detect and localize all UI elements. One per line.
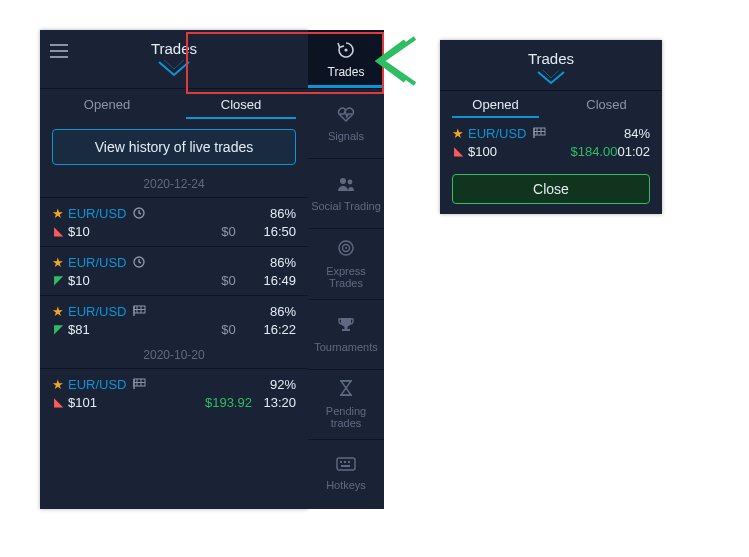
star-icon: ★ [52,206,64,221]
arrow-down-icon: ◣ [52,224,64,238]
arrow-down-icon: ◣ [452,144,464,158]
trade-time: 16:22 [263,322,296,337]
trade-row[interactable]: ★ EUR/USD 84% ◣ $100 $184.00 01:02 [440,118,662,166]
trade-result: $0 [193,273,263,288]
trade-row[interactable]: ★ EUR/USD 86% ◤ $10 $0 16:49 [40,246,308,295]
trade-result: $184.00 [570,144,617,159]
chevron-down-icon[interactable] [440,70,662,86]
rail-label: Pending trades [310,405,382,429]
flag-icon [533,127,547,139]
rail-item-express-trades[interactable]: Express Trades [308,229,384,299]
date-separator: 2020-10-20 [40,344,308,368]
trade-percent: 84% [624,126,650,141]
close-trade-button[interactable]: Close [452,174,650,204]
trade-amount: $10 [68,273,90,288]
trade-result: $0 [193,322,263,337]
trade-result: $0 [193,224,263,239]
star-icon: ★ [452,126,464,141]
trade-time: 16:49 [263,273,296,288]
side-rail: Trades Signals Social Trading Express Tr… [308,30,384,509]
trade-pair: EUR/USD [468,126,527,141]
panel-title: Trades [40,40,308,57]
svg-point-17 [348,179,353,184]
panel-title: Trades [440,50,662,67]
trade-pair: EUR/USD [68,304,127,319]
svg-rect-23 [340,380,352,382]
users-icon [336,176,356,196]
star-icon: ★ [52,255,64,270]
arrow-up-icon: ◤ [52,322,64,336]
trade-row[interactable]: ★ EUR/USD 86% ◤ $81 $0 16:22 [40,295,308,344]
svg-rect-24 [340,395,352,397]
hourglass-icon [339,379,353,401]
trade-pair: EUR/USD [68,377,127,392]
rail-item-signals[interactable]: Signals [308,89,384,159]
rail-item-trades[interactable]: Trades [308,30,384,89]
chevron-down-icon[interactable] [40,60,308,78]
trade-pair: EUR/USD [68,255,127,270]
trade-pair: EUR/USD [68,206,127,221]
rail-label: Signals [328,130,364,142]
tab-opened[interactable]: Opened [440,91,551,119]
panel-header: Trades [440,40,662,91]
star-icon: ★ [52,377,64,392]
svg-point-16 [340,178,346,184]
trade-time: 13:20 [263,395,296,410]
trophy-icon [337,315,355,337]
svg-rect-22 [342,329,350,331]
clock-icon [133,256,145,268]
target-icon [337,239,355,261]
trade-time: 01:02 [617,144,650,159]
rail-label: Express Trades [310,265,382,289]
heartbeat-icon [336,106,356,126]
tab-closed[interactable]: Closed [174,89,308,119]
trade-amount: $10 [68,224,90,239]
trade-row[interactable]: ★ EUR/USD 92% ◣ $101 $193.92 13:20 [40,368,308,417]
rail-label: Trades [328,65,365,79]
rail-label: Social Trading [311,200,381,212]
svg-rect-21 [345,326,348,329]
rail-item-hotkeys[interactable]: Hotkeys [308,440,384,509]
trade-result: $193.92 [193,395,263,410]
arrow-down-icon: ◣ [52,395,64,409]
trade-amount: $81 [68,322,90,337]
tabs: Opened Closed [440,91,662,119]
flag-icon [133,305,147,317]
keyboard-icon [336,457,356,475]
rail-label: Hotkeys [326,479,366,491]
trade-time: 16:50 [263,224,296,239]
svg-rect-29 [341,465,350,467]
rail-item-tournaments[interactable]: Tournaments [308,300,384,370]
clock-icon [133,207,145,219]
svg-rect-25 [337,458,355,470]
trades-panel-opened: Trades Opened Closed ★ EUR/USD 84% ◣ $10… [440,40,662,214]
trade-percent: 86% [270,304,296,319]
panel-header: Trades [40,30,308,89]
trade-amount: $101 [68,395,97,410]
trades-panel-closed: Trades Opened Closed View history of liv… [40,30,308,509]
trade-percent: 86% [270,206,296,221]
trade-percent: 86% [270,255,296,270]
svg-point-20 [345,247,347,249]
svg-rect-27 [344,461,346,463]
svg-rect-28 [348,461,350,463]
tab-opened[interactable]: Opened [40,89,174,119]
date-separator: 2020-12-24 [40,173,308,197]
rail-label: Tournaments [314,341,378,353]
svg-rect-26 [340,461,342,463]
history-icon [336,40,356,63]
trade-row[interactable]: ★ EUR/USD 86% ◣ $10 $0 16:50 [40,197,308,246]
trade-amount: $100 [468,144,497,159]
trade-percent: 92% [270,377,296,392]
flag-icon [133,378,147,390]
star-icon: ★ [52,304,64,319]
svg-point-15 [344,48,347,51]
arrow-up-icon: ◤ [52,273,64,287]
rail-item-social-trading[interactable]: Social Trading [308,159,384,229]
tab-closed[interactable]: Closed [551,91,662,119]
rail-item-pending-trades[interactable]: Pending trades [308,370,384,440]
view-history-button[interactable]: View history of live trades [52,129,296,165]
tabs: Opened Closed [40,89,308,119]
